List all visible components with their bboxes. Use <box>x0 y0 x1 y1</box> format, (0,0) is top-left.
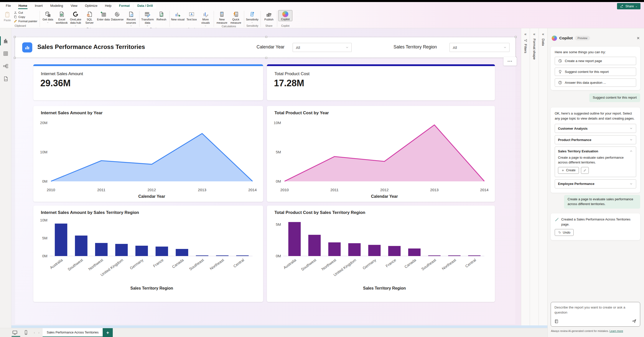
bar-chart[interactable]: 0M5MAustraliaSouthwestNorthwestUnited Ki… <box>267 217 495 302</box>
topic-3[interactable]: Employee Performance <box>555 179 636 188</box>
menu-tab-home[interactable]: Home <box>15 3 31 9</box>
report-view-button[interactable] <box>0 35 11 46</box>
edit-topic-button[interactable] <box>581 167 589 174</box>
bar[interactable] <box>55 223 67 256</box>
bar[interactable] <box>135 246 148 256</box>
topic-header[interactable]: Product Performance <box>558 135 633 144</box>
suggestion-button-2[interactable]: Answer this data question ... <box>555 78 636 87</box>
bar[interactable] <box>75 236 88 256</box>
bar[interactable] <box>95 243 108 256</box>
slicer-dropdown-calendar-year[interactable]: All <box>293 43 352 52</box>
paste-button[interactable]: Paste <box>2 10 12 22</box>
publish-button[interactable]: Publish <box>262 10 276 21</box>
bar[interactable] <box>388 246 401 256</box>
topic-1[interactable]: Product Performance <box>555 135 636 144</box>
format-pane-collapsed[interactable]: « Format shape <box>530 28 539 328</box>
cut-button[interactable]: Cut <box>14 11 37 14</box>
format-painter-button[interactable]: Format painter <box>14 19 37 23</box>
send-icon[interactable] <box>632 319 637 324</box>
share-button[interactable]: Share ⌄ <box>617 3 640 9</box>
learn-more-link[interactable]: Learn more <box>609 329 623 332</box>
more-visuals-button[interactable]: More visuals <box>199 10 212 27</box>
sql-server-button[interactable]: SQL Server <box>83 10 96 24</box>
visual-internet-sales-by-year[interactable]: Internet Sales Amount by Year 0M10M20M20… <box>33 106 263 202</box>
copilot-prompt-input[interactable]: Describe the report you want to create o… <box>551 302 640 327</box>
copy-button[interactable]: Copy <box>14 15 37 19</box>
bar[interactable] <box>348 243 361 256</box>
report-page[interactable]: Sales Performance Across Territories Cal… <box>15 37 515 324</box>
page-tab-active[interactable]: Sales Performance Across Territories <box>43 328 103 337</box>
new-page-button[interactable]: + <box>103 328 113 337</box>
selection-handle[interactable] <box>265 57 267 59</box>
bar[interactable] <box>156 247 168 256</box>
bar[interactable] <box>216 256 229 256</box>
area-chart[interactable]: 0M5M10M20102011201220132014Calendar Year <box>267 118 495 202</box>
bar-chart[interactable]: 0M5M10MAustraliaSouthwestNorthwestUnited… <box>33 217 263 302</box>
bar[interactable] <box>308 235 321 256</box>
kpi-card-internet-sales[interactable]: Internet Sales Amount 29.36M <box>33 64 263 100</box>
menu-tab-modeling[interactable]: Modeling <box>47 3 66 9</box>
enter-data-button[interactable]: Enter data <box>97 10 110 21</box>
prev-page-button[interactable]: ‹ <box>34 331 35 334</box>
menu-tab-help[interactable]: Help <box>102 3 115 9</box>
model-view-button[interactable] <box>0 61 11 72</box>
suggestion-button-0[interactable]: Create a new report page <box>555 57 636 65</box>
topic-header[interactable]: Sales Territory Evaluation <box>558 147 633 155</box>
selection-handle[interactable] <box>14 36 16 38</box>
expand-pane-icon[interactable]: « <box>542 32 544 36</box>
transform-data-button[interactable]: Transform data <box>141 10 154 27</box>
get-data-button[interactable]: Get data <box>41 10 55 24</box>
expand-pane-icon[interactable]: « <box>533 32 535 36</box>
area-fill[interactable] <box>51 133 253 181</box>
table-view-button[interactable] <box>0 48 11 59</box>
onelake-data-hub-button[interactable]: OneLake data hub <box>69 10 82 27</box>
text-box-button[interactable]: Text box <box>185 10 199 21</box>
create-page-button[interactable]: Create <box>558 167 579 174</box>
expand-pane-icon[interactable]: « <box>524 32 526 36</box>
menu-tab-format[interactable]: Format <box>116 3 133 9</box>
selection-handle[interactable] <box>515 36 517 38</box>
topic-2[interactable]: Sales Territory EvaluationCreate a page … <box>555 147 636 177</box>
dax-query-view-button[interactable]: DAX <box>0 73 11 84</box>
bar[interactable] <box>368 245 381 256</box>
bar[interactable] <box>448 256 461 256</box>
quick-measure-button[interactable]: Quick measure <box>229 10 243 24</box>
dataverse-button[interactable]: Dataverse <box>110 10 124 21</box>
selection-handle[interactable] <box>14 57 16 59</box>
bar[interactable] <box>328 242 341 256</box>
slicer-dropdown-sales-territory-region[interactable]: All <box>450 43 510 52</box>
notebook-icon[interactable] <box>554 319 559 324</box>
bar[interactable] <box>288 222 301 256</box>
copilot-button[interactable]: Copilot <box>278 10 292 21</box>
canvas-horizontal-scrollbar[interactable] <box>11 325 547 328</box>
data-pane-collapsed[interactable]: « Data <box>539 28 547 328</box>
bar[interactable] <box>236 256 249 256</box>
visual-internet-sales-by-region[interactable]: Internet Sales Amount by Sales Territory… <box>33 206 263 302</box>
menu-tab-data-drill[interactable]: Data / Drill <box>134 3 156 9</box>
mobile-layout-button[interactable] <box>23 330 30 336</box>
topic-header[interactable]: Customer Analysis <box>558 124 633 133</box>
recent-sources-button[interactable]: Recent sources <box>124 10 138 27</box>
excel-workbook-button[interactable]: Excel workbook <box>55 10 69 24</box>
report-canvas[interactable]: Sales Performance Across Territories Cal… <box>11 28 521 325</box>
new-measure-button[interactable]: New measure <box>215 10 229 24</box>
area-chart[interactable]: 0M10M20M20102011201220132014Calendar Yea… <box>33 118 263 202</box>
kpi-card-total-product-cost[interactable]: Total Product Cost 17.28M <box>267 64 495 100</box>
menu-tab-view[interactable]: View <box>67 3 81 9</box>
topic-header[interactable]: Employee Performance <box>558 180 633 188</box>
sensitivity-button[interactable]: Sensitivity <box>245 10 259 24</box>
selection-handle[interactable] <box>265 36 267 38</box>
suggestion-button-1[interactable]: Suggest content for this report <box>555 68 636 76</box>
bar[interactable] <box>196 256 209 256</box>
menu-tab-insert[interactable]: Insert <box>32 3 46 9</box>
next-page-button[interactable]: › <box>38 331 39 334</box>
menu-tab-file[interactable]: File <box>3 3 14 9</box>
report-header-shape[interactable]: Sales Performance Across Territories Cal… <box>15 37 515 58</box>
undo-button[interactable]: Undo <box>555 229 574 236</box>
filters-pane-collapsed[interactable]: « Filters <box>521 28 530 328</box>
bar[interactable] <box>115 244 128 256</box>
new-visual-button[interactable]: New visual <box>171 10 185 21</box>
bar[interactable] <box>176 249 188 256</box>
bar[interactable] <box>408 248 421 256</box>
close-copilot-button[interactable] <box>635 35 641 41</box>
